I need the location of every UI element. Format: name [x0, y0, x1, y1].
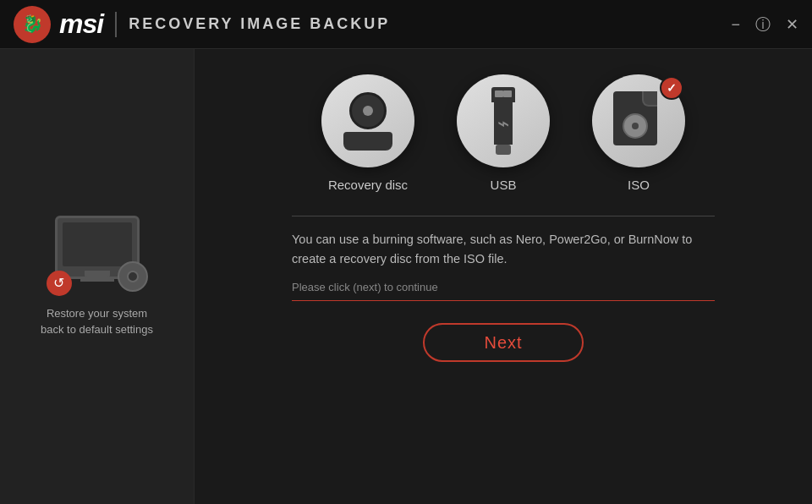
description-text: You can use a burning software, such as … — [292, 230, 715, 269]
backup-options: Recovery disc ⌁ USB — [321, 74, 685, 192]
titlebar: 🐉 msi RECOVERY IMAGE BACKUP − ⓘ ✕ — [0, 0, 812, 49]
dragon-icon: 🐉 — [14, 6, 51, 43]
disc-top-part — [349, 92, 387, 129]
hint-text: Please click (next) to continue — [292, 281, 715, 293]
cd-tray-icon — [118, 261, 148, 292]
usb-label: USB — [491, 178, 517, 192]
sidebar: ↺ Restore your system back to default se… — [0, 49, 195, 504]
minimize-button[interactable]: − — [731, 17, 740, 32]
recovery-disc-label: Recovery disc — [328, 178, 408, 192]
recovery-disc-icon-circle — [321, 74, 414, 167]
svg-text:🐉: 🐉 — [22, 14, 43, 34]
disc-icon — [343, 92, 392, 151]
usb-head — [491, 87, 515, 102]
iso-disc — [623, 113, 648, 139]
window-controls: − ⓘ ✕ — [731, 17, 798, 32]
monitor-stand — [80, 277, 114, 282]
title-separator — [115, 12, 117, 37]
refresh-badge-icon: ↺ — [47, 271, 72, 296]
info-button[interactable]: ⓘ — [755, 17, 771, 32]
next-button[interactable]: Next — [423, 323, 584, 362]
msi-brand: msi — [59, 8, 103, 40]
monitor-screen — [63, 222, 132, 266]
usb-icon-circle: ⌁ — [457, 74, 550, 167]
sidebar-illustration: ↺ — [47, 216, 148, 292]
disc-base-part — [343, 132, 392, 151]
iso-icon-circle: ✓ — [592, 74, 685, 167]
usb-symbol: ⌁ — [497, 113, 509, 134]
option-usb[interactable]: ⌁ USB — [457, 74, 550, 192]
selected-checkmark: ✓ — [660, 76, 683, 100]
monitor-base — [85, 271, 110, 277]
option-recovery-disc[interactable]: Recovery disc — [321, 74, 414, 192]
main-layout: ↺ Restore your system back to default se… — [0, 49, 812, 504]
iso-icon — [613, 91, 664, 151]
description-area: You can use a burning software, such as … — [292, 216, 715, 301]
sidebar-label: Restore your system back to default sett… — [41, 305, 153, 338]
iso-page — [613, 91, 657, 145]
content-area: Recovery disc ⌁ USB — [195, 49, 812, 504]
app-logo: 🐉 msi — [14, 6, 103, 43]
iso-label: ISO — [628, 178, 650, 192]
usb-plug — [496, 145, 511, 155]
usb-body: ⌁ — [494, 102, 513, 145]
usb-icon: ⌁ — [491, 87, 515, 155]
hint-line: Please click (next) to continue — [292, 281, 715, 301]
app-title: RECOVERY IMAGE BACKUP — [129, 15, 390, 33]
close-button[interactable]: ✕ — [786, 17, 798, 32]
option-iso[interactable]: ✓ ISO — [592, 74, 685, 192]
